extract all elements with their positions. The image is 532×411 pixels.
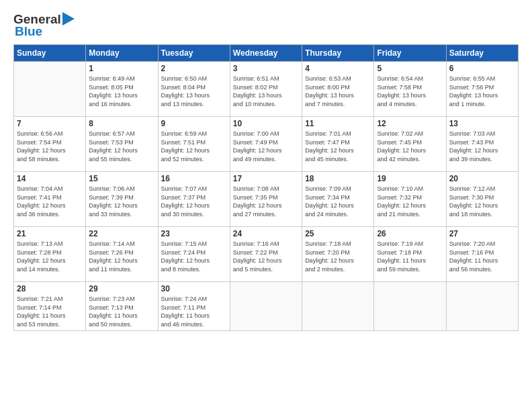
calendar-cell: 13Sunrise: 7:03 AM Sunset: 7:43 PM Dayli… xyxy=(446,117,518,172)
calendar-header-row: SundayMondayTuesdayWednesdayThursdayFrid… xyxy=(14,45,519,62)
day-number: 2 xyxy=(161,64,227,73)
day-of-week-header: Tuesday xyxy=(158,45,230,62)
calendar-cell: 25Sunrise: 7:18 AM Sunset: 7:20 PM Dayli… xyxy=(302,227,374,282)
calendar-cell: 2Sunrise: 6:50 AM Sunset: 8:04 PM Daylig… xyxy=(158,62,230,117)
day-number: 9 xyxy=(161,119,227,128)
calendar-week-row: 28Sunrise: 7:21 AM Sunset: 7:14 PM Dayli… xyxy=(14,282,519,331)
day-info: Sunrise: 7:00 AM Sunset: 7:49 PM Dayligh… xyxy=(233,130,299,163)
calendar-cell: 8Sunrise: 6:57 AM Sunset: 7:53 PM Daylig… xyxy=(86,117,158,172)
calendar-cell xyxy=(302,282,374,331)
day-of-week-header: Wednesday xyxy=(230,45,302,62)
day-number: 18 xyxy=(305,174,371,183)
day-number: 29 xyxy=(89,284,154,293)
day-info: Sunrise: 7:09 AM Sunset: 7:34 PM Dayligh… xyxy=(305,185,371,218)
calendar-cell: 21Sunrise: 7:13 AM Sunset: 7:28 PM Dayli… xyxy=(14,227,86,282)
day-number: 28 xyxy=(17,284,83,293)
day-info: Sunrise: 7:15 AM Sunset: 7:24 PM Dayligh… xyxy=(161,240,227,273)
calendar-cell: 9Sunrise: 6:59 AM Sunset: 7:51 PM Daylig… xyxy=(158,117,230,172)
day-number: 1 xyxy=(89,64,154,73)
calendar-cell: 16Sunrise: 7:07 AM Sunset: 7:37 PM Dayli… xyxy=(158,172,230,227)
day-info: Sunrise: 6:56 AM Sunset: 7:54 PM Dayligh… xyxy=(17,130,83,163)
logo-blue-text: Blue xyxy=(15,24,42,39)
calendar-week-row: 7Sunrise: 6:56 AM Sunset: 7:54 PM Daylig… xyxy=(14,117,519,172)
day-info: Sunrise: 6:54 AM Sunset: 7:58 PM Dayligh… xyxy=(377,75,443,108)
calendar-cell: 10Sunrise: 7:00 AM Sunset: 7:49 PM Dayli… xyxy=(230,117,302,172)
day-info: Sunrise: 7:23 AM Sunset: 7:13 PM Dayligh… xyxy=(89,295,154,328)
day-info: Sunrise: 6:49 AM Sunset: 8:05 PM Dayligh… xyxy=(89,75,154,108)
calendar-cell xyxy=(230,282,302,331)
day-number: 7 xyxy=(17,119,83,128)
day-info: Sunrise: 7:01 AM Sunset: 7:47 PM Dayligh… xyxy=(305,130,371,163)
calendar-page: General Blue SundayMondayTuesdayWednesda… xyxy=(0,0,532,411)
day-info: Sunrise: 7:21 AM Sunset: 7:14 PM Dayligh… xyxy=(17,295,83,328)
day-number: 13 xyxy=(449,119,515,128)
day-of-week-header: Saturday xyxy=(446,45,518,62)
day-info: Sunrise: 6:59 AM Sunset: 7:51 PM Dayligh… xyxy=(161,130,227,163)
day-number: 12 xyxy=(377,119,443,128)
calendar-cell xyxy=(14,62,86,117)
day-info: Sunrise: 7:03 AM Sunset: 7:43 PM Dayligh… xyxy=(449,130,515,163)
calendar-cell: 18Sunrise: 7:09 AM Sunset: 7:34 PM Dayli… xyxy=(302,172,374,227)
day-number: 25 xyxy=(305,229,371,238)
day-number: 11 xyxy=(305,119,371,128)
calendar-cell: 23Sunrise: 7:15 AM Sunset: 7:24 PM Dayli… xyxy=(158,227,230,282)
calendar-cell: 17Sunrise: 7:08 AM Sunset: 7:35 PM Dayli… xyxy=(230,172,302,227)
calendar-table: SundayMondayTuesdayWednesdayThursdayFrid… xyxy=(13,44,519,331)
day-of-week-header: Thursday xyxy=(302,45,374,62)
page-header: General Blue xyxy=(13,12,519,39)
day-number: 23 xyxy=(161,229,227,238)
day-info: Sunrise: 6:50 AM Sunset: 8:04 PM Dayligh… xyxy=(161,75,227,108)
day-info: Sunrise: 7:14 AM Sunset: 7:26 PM Dayligh… xyxy=(89,240,154,273)
day-number: 3 xyxy=(233,64,299,73)
day-info: Sunrise: 7:06 AM Sunset: 7:39 PM Dayligh… xyxy=(89,185,154,218)
calendar-cell: 5Sunrise: 6:54 AM Sunset: 7:58 PM Daylig… xyxy=(374,62,446,117)
calendar-cell: 24Sunrise: 7:16 AM Sunset: 7:22 PM Dayli… xyxy=(230,227,302,282)
day-number: 30 xyxy=(161,284,227,293)
calendar-cell: 1Sunrise: 6:49 AM Sunset: 8:05 PM Daylig… xyxy=(86,62,158,117)
calendar-cell: 22Sunrise: 7:14 AM Sunset: 7:26 PM Dayli… xyxy=(86,227,158,282)
day-number: 17 xyxy=(233,174,299,183)
day-number: 15 xyxy=(89,174,154,183)
calendar-cell xyxy=(446,282,518,331)
day-number: 5 xyxy=(377,64,443,73)
calendar-cell: 15Sunrise: 7:06 AM Sunset: 7:39 PM Dayli… xyxy=(86,172,158,227)
day-number: 16 xyxy=(161,174,227,183)
day-info: Sunrise: 7:08 AM Sunset: 7:35 PM Dayligh… xyxy=(233,185,299,218)
calendar-cell: 11Sunrise: 7:01 AM Sunset: 7:47 PM Dayli… xyxy=(302,117,374,172)
calendar-week-row: 1Sunrise: 6:49 AM Sunset: 8:05 PM Daylig… xyxy=(14,62,519,117)
calendar-cell: 26Sunrise: 7:19 AM Sunset: 7:18 PM Dayli… xyxy=(374,227,446,282)
calendar-week-row: 14Sunrise: 7:04 AM Sunset: 7:41 PM Dayli… xyxy=(14,172,519,227)
calendar-cell: 7Sunrise: 6:56 AM Sunset: 7:54 PM Daylig… xyxy=(14,117,86,172)
day-number: 20 xyxy=(449,174,515,183)
day-number: 24 xyxy=(233,229,299,238)
day-number: 4 xyxy=(305,64,371,73)
calendar-cell: 12Sunrise: 7:02 AM Sunset: 7:45 PM Dayli… xyxy=(374,117,446,172)
calendar-cell: 4Sunrise: 6:53 AM Sunset: 8:00 PM Daylig… xyxy=(302,62,374,117)
calendar-cell: 27Sunrise: 7:20 AM Sunset: 7:16 PM Dayli… xyxy=(446,227,518,282)
day-info: Sunrise: 7:20 AM Sunset: 7:16 PM Dayligh… xyxy=(449,240,515,273)
day-number: 19 xyxy=(377,174,443,183)
calendar-cell: 3Sunrise: 6:51 AM Sunset: 8:02 PM Daylig… xyxy=(230,62,302,117)
day-info: Sunrise: 6:57 AM Sunset: 7:53 PM Dayligh… xyxy=(89,130,154,163)
day-info: Sunrise: 7:10 AM Sunset: 7:32 PM Dayligh… xyxy=(377,185,443,218)
calendar-cell: 28Sunrise: 7:21 AM Sunset: 7:14 PM Dayli… xyxy=(14,282,86,331)
day-info: Sunrise: 7:07 AM Sunset: 7:37 PM Dayligh… xyxy=(161,185,227,218)
day-of-week-header: Sunday xyxy=(14,45,86,62)
day-number: 8 xyxy=(89,119,154,128)
calendar-cell: 29Sunrise: 7:23 AM Sunset: 7:13 PM Dayli… xyxy=(86,282,158,331)
day-info: Sunrise: 7:24 AM Sunset: 7:11 PM Dayligh… xyxy=(161,295,227,328)
calendar-cell: 14Sunrise: 7:04 AM Sunset: 7:41 PM Dayli… xyxy=(14,172,86,227)
day-info: Sunrise: 7:16 AM Sunset: 7:22 PM Dayligh… xyxy=(233,240,299,273)
day-number: 21 xyxy=(17,229,83,238)
day-info: Sunrise: 7:12 AM Sunset: 7:30 PM Dayligh… xyxy=(449,185,515,218)
calendar-cell: 6Sunrise: 6:55 AM Sunset: 7:56 PM Daylig… xyxy=(446,62,518,117)
day-info: Sunrise: 7:19 AM Sunset: 7:18 PM Dayligh… xyxy=(377,240,443,273)
day-number: 6 xyxy=(449,64,515,73)
day-info: Sunrise: 7:18 AM Sunset: 7:20 PM Dayligh… xyxy=(305,240,371,273)
day-number: 26 xyxy=(377,229,443,238)
calendar-cell: 20Sunrise: 7:12 AM Sunset: 7:30 PM Dayli… xyxy=(446,172,518,227)
calendar-week-row: 21Sunrise: 7:13 AM Sunset: 7:28 PM Dayli… xyxy=(14,227,519,282)
logo-arrow-icon xyxy=(62,12,75,26)
day-number: 14 xyxy=(17,174,83,183)
day-info: Sunrise: 6:53 AM Sunset: 8:00 PM Dayligh… xyxy=(305,75,371,108)
